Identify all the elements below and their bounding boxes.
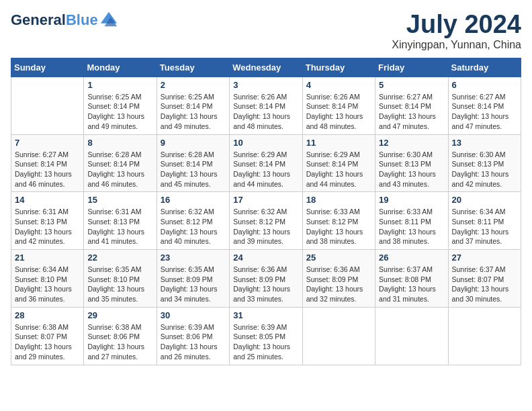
sunrise-text: Sunrise: 6:32 AM — [233, 208, 287, 216]
sunset-text: Sunset: 8:07 PM — [15, 332, 67, 340]
sunset-text: Sunset: 8:14 PM — [379, 102, 431, 110]
sunset-text: Sunset: 8:09 PM — [161, 275, 213, 283]
day-number: 25 — [306, 253, 371, 263]
sunset-text: Sunset: 8:14 PM — [161, 102, 213, 110]
col-saturday: Saturday — [448, 58, 521, 77]
sunrise-text: Sunrise: 6:28 AM — [161, 150, 214, 158]
daylight-text: Daylight: 13 hours and 44 minutes. — [306, 170, 363, 188]
table-row: 1 Sunrise: 6:25 AM Sunset: 8:14 PM Dayli… — [84, 77, 157, 134]
sunset-text: Sunset: 8:09 PM — [233, 275, 285, 283]
day-number: 22 — [87, 253, 152, 263]
sunrise-text: Sunrise: 6:30 AM — [379, 150, 433, 158]
day-number: 21 — [15, 253, 80, 263]
calendar-week-row: 1 Sunrise: 6:25 AM Sunset: 8:14 PM Dayli… — [11, 77, 521, 134]
daylight-text: Daylight: 13 hours and 44 minutes. — [233, 170, 290, 188]
table-row: 20 Sunrise: 6:34 AM Sunset: 8:11 PM Dayl… — [448, 192, 521, 250]
daylight-text: Daylight: 13 hours and 47 minutes. — [379, 112, 436, 130]
col-sunday: Sunday — [11, 58, 84, 77]
day-info: Sunrise: 6:25 AM Sunset: 8:14 PM Dayligh… — [87, 92, 152, 132]
table-row: 15 Sunrise: 6:31 AM Sunset: 8:13 PM Dayl… — [84, 192, 157, 250]
day-info: Sunrise: 6:39 AM Sunset: 8:06 PM Dayligh… — [161, 322, 226, 362]
daylight-text: Daylight: 13 hours and 38 minutes. — [306, 228, 363, 246]
day-info: Sunrise: 6:34 AM Sunset: 8:11 PM Dayligh… — [452, 207, 517, 246]
daylight-text: Daylight: 13 hours and 48 minutes. — [306, 112, 363, 130]
day-info: Sunrise: 6:37 AM Sunset: 8:07 PM Dayligh… — [452, 265, 517, 304]
sunrise-text: Sunrise: 6:29 AM — [233, 150, 287, 158]
table-row: 19 Sunrise: 6:33 AM Sunset: 8:11 PM Dayl… — [375, 192, 448, 250]
table-row: 31 Sunrise: 6:39 AM Sunset: 8:05 PM Dayl… — [230, 307, 302, 365]
table-row: 14 Sunrise: 6:31 AM Sunset: 8:13 PM Dayl… — [11, 192, 84, 250]
day-info: Sunrise: 6:29 AM Sunset: 8:14 PM Dayligh… — [306, 150, 371, 189]
table-row: 23 Sunrise: 6:35 AM Sunset: 8:09 PM Dayl… — [157, 250, 229, 308]
sunset-text: Sunset: 8:14 PM — [306, 160, 359, 168]
sunset-text: Sunset: 8:12 PM — [233, 218, 285, 226]
sunset-text: Sunset: 8:14 PM — [87, 160, 140, 168]
table-row — [375, 307, 448, 365]
table-row: 8 Sunrise: 6:28 AM Sunset: 8:14 PM Dayli… — [84, 134, 157, 192]
sunrise-text: Sunrise: 6:34 AM — [452, 208, 506, 216]
sunset-text: Sunset: 8:14 PM — [233, 160, 285, 168]
table-row: 21 Sunrise: 6:34 AM Sunset: 8:10 PM Dayl… — [11, 250, 84, 308]
sunrise-text: Sunrise: 6:27 AM — [379, 93, 433, 101]
calendar-week-row: 7 Sunrise: 6:27 AM Sunset: 8:14 PM Dayli… — [11, 134, 521, 192]
daylight-text: Daylight: 13 hours and 34 minutes. — [161, 285, 218, 303]
table-row: 22 Sunrise: 6:35 AM Sunset: 8:10 PM Dayl… — [84, 250, 157, 308]
table-row — [11, 77, 84, 134]
sunset-text: Sunset: 8:13 PM — [452, 160, 504, 168]
sunset-text: Sunset: 8:06 PM — [161, 332, 213, 340]
sunset-text: Sunset: 8:13 PM — [379, 160, 431, 168]
day-info: Sunrise: 6:38 AM Sunset: 8:06 PM Dayligh… — [87, 322, 152, 362]
day-info: Sunrise: 6:36 AM Sunset: 8:09 PM Dayligh… — [306, 265, 371, 304]
sunset-text: Sunset: 8:13 PM — [15, 218, 67, 226]
sunset-text: Sunset: 8:07 PM — [452, 275, 504, 283]
sunrise-text: Sunrise: 6:27 AM — [15, 150, 69, 158]
day-info: Sunrise: 6:37 AM Sunset: 8:08 PM Dayligh… — [379, 265, 444, 304]
day-number: 6 — [452, 80, 517, 90]
sunrise-text: Sunrise: 6:35 AM — [87, 265, 141, 273]
month-title: July 2024 — [392, 11, 521, 39]
table-row: 2 Sunrise: 6:25 AM Sunset: 8:14 PM Dayli… — [157, 77, 229, 134]
sunset-text: Sunset: 8:10 PM — [15, 275, 67, 283]
day-info: Sunrise: 6:35 AM Sunset: 8:10 PM Dayligh… — [87, 265, 152, 304]
sunrise-text: Sunrise: 6:25 AM — [161, 93, 214, 101]
table-row: 3 Sunrise: 6:26 AM Sunset: 8:14 PM Dayli… — [230, 77, 302, 134]
day-number: 5 — [379, 80, 444, 90]
day-info: Sunrise: 6:30 AM Sunset: 8:13 PM Dayligh… — [452, 150, 517, 189]
table-row: 28 Sunrise: 6:38 AM Sunset: 8:07 PM Dayl… — [11, 307, 84, 365]
table-row: 13 Sunrise: 6:30 AM Sunset: 8:13 PM Dayl… — [448, 134, 521, 192]
sunrise-text: Sunrise: 6:33 AM — [306, 208, 360, 216]
sunset-text: Sunset: 8:10 PM — [87, 275, 140, 283]
day-number: 7 — [15, 138, 80, 148]
day-number: 12 — [379, 138, 444, 148]
day-number: 20 — [452, 195, 517, 205]
day-info: Sunrise: 6:32 AM Sunset: 8:12 PM Dayligh… — [161, 207, 226, 246]
table-row — [448, 307, 521, 365]
table-row: 27 Sunrise: 6:37 AM Sunset: 8:07 PM Dayl… — [448, 250, 521, 308]
daylight-text: Daylight: 13 hours and 38 minutes. — [379, 228, 436, 246]
daylight-text: Daylight: 13 hours and 26 minutes. — [161, 342, 218, 361]
sunrise-text: Sunrise: 6:33 AM — [379, 208, 433, 216]
daylight-text: Daylight: 13 hours and 47 minutes. — [452, 112, 509, 130]
sunrise-text: Sunrise: 6:39 AM — [233, 323, 287, 331]
table-row: 25 Sunrise: 6:36 AM Sunset: 8:09 PM Dayl… — [302, 250, 375, 308]
day-info: Sunrise: 6:26 AM Sunset: 8:14 PM Dayligh… — [306, 92, 371, 132]
day-number: 9 — [161, 138, 226, 148]
day-info: Sunrise: 6:33 AM Sunset: 8:11 PM Dayligh… — [379, 207, 444, 246]
sunrise-text: Sunrise: 6:26 AM — [233, 93, 287, 101]
sunrise-text: Sunrise: 6:34 AM — [15, 265, 69, 273]
day-number: 19 — [379, 195, 444, 205]
day-number: 23 — [161, 253, 226, 263]
day-info: Sunrise: 6:31 AM Sunset: 8:13 PM Dayligh… — [87, 207, 152, 246]
calendar-table: Sunday Monday Tuesday Wednesday Thursday… — [11, 58, 521, 365]
location: Xinyingpan, Yunnan, China — [392, 39, 521, 51]
sunrise-text: Sunrise: 6:35 AM — [161, 265, 214, 273]
logo: GeneralBlue — [11, 11, 118, 30]
daylight-text: Daylight: 13 hours and 33 minutes. — [233, 285, 290, 303]
calendar-week-row: 28 Sunrise: 6:38 AM Sunset: 8:07 PM Dayl… — [11, 307, 521, 365]
sunset-text: Sunset: 8:09 PM — [306, 275, 359, 283]
day-number: 16 — [161, 195, 226, 205]
sunrise-text: Sunrise: 6:38 AM — [87, 323, 141, 331]
table-row: 5 Sunrise: 6:27 AM Sunset: 8:14 PM Dayli… — [375, 77, 448, 134]
sunrise-text: Sunrise: 6:28 AM — [87, 150, 141, 158]
sunset-text: Sunset: 8:14 PM — [233, 102, 285, 110]
